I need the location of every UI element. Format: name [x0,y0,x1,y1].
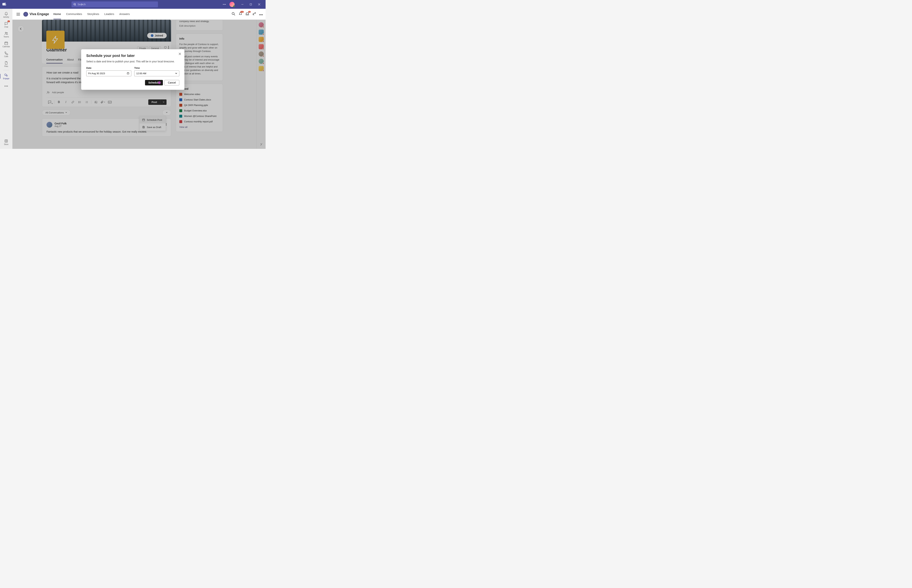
rail-more[interactable] [1,82,11,90]
tab-answers[interactable]: Answers [119,9,130,19]
file-icon [4,61,8,65]
svg-point-1 [5,3,6,4]
svg-point-14 [7,86,8,86]
minimize-button[interactable] [238,2,247,7]
calendar-icon [127,72,129,74]
engage-topnav: Viva Engage Home Communities Storylines … [12,9,266,20]
svg-point-19 [262,15,263,15]
modal-title: Schedule your post for later [86,53,179,58]
cancel-button[interactable]: Cancel [164,80,179,86]
rail-separator [3,70,9,70]
tab-storylines[interactable]: Storylines [87,9,99,19]
nav-forward-button[interactable] [79,2,85,7]
more-options-button[interactable] [221,2,227,7]
hamburger-button[interactable] [15,11,21,17]
chat-badge: 1 [8,20,10,22]
rail-calendar[interactable]: Calendar [1,40,11,49]
ellipsis-icon [259,15,263,15]
inbox-badge: 5 [248,11,250,13]
date-input[interactable]: Fri Aug 30 2023 [86,70,131,76]
svg-rect-2 [5,4,6,5]
brand[interactable]: Viva Engage [23,12,49,16]
viva-engage-icon [23,12,28,16]
chevron-down-icon [175,72,177,74]
svg-point-6 [225,4,226,5]
rail-calls[interactable]: Calls [1,50,11,59]
rail-chat[interactable]: 1 Chat [1,20,11,29]
svg-rect-7 [250,4,252,5]
date-value: Fri Aug 30 2023 [88,72,105,75]
modal-subtitle: Select a date and time to publish your p… [86,60,179,63]
svg-point-4 [223,4,224,5]
svg-point-13 [6,86,6,86]
time-input[interactable]: 12:00 AM [134,70,179,76]
rail-engage[interactable]: Engage [1,72,11,81]
rail-store[interactable]: Store [1,137,11,147]
svg-point-8 [5,32,6,33]
svg-rect-40 [127,73,129,74]
rail-label: Calendar [3,45,10,48]
ellipsis-icon [4,86,8,87]
share-icon [252,12,256,16]
rail-label: Files [4,65,8,67]
rail-label: Store [4,143,8,145]
search-input[interactable] [77,3,156,6]
rail-label: Engage [3,78,9,79]
modal-close-button[interactable] [179,53,181,56]
tab-leaders[interactable]: Leaders [104,9,114,19]
rail-label: Chat [4,26,8,28]
rail-files[interactable]: Files [1,60,11,69]
app-rail: Activity 1 Chat Teams Calendar Calls Fil… [0,9,12,149]
chat-icon [4,21,8,26]
svg-rect-10 [5,42,8,45]
tab-home[interactable]: Home [53,9,61,19]
schedule-modal: Schedule your post for later Select a da… [81,49,184,90]
store-icon [4,139,8,143]
engage-icon [4,73,8,77]
tab-communities[interactable]: Communities [66,9,82,19]
phone-icon [4,51,8,55]
time-value: 12:00 AM [136,72,146,75]
share-button[interactable] [252,12,256,16]
close-button[interactable] [255,2,263,7]
teams-app-icon [2,2,6,6]
brand-text: Viva Engage [29,12,49,16]
svg-point-17 [260,15,260,15]
svg-point-9 [6,32,8,33]
notifications-button[interactable]: 12 [239,12,242,16]
svg-point-12 [5,86,5,86]
rail-label: Calls [4,55,8,57]
schedule-button[interactable]: Schedule [145,80,163,86]
svg-rect-0 [3,3,5,5]
search-button[interactable] [232,12,235,16]
svg-point-5 [224,4,225,5]
user-avatar[interactable] [229,2,234,7]
rail-teams[interactable]: Teams [1,30,11,39]
rail-label: Teams [3,36,9,38]
rail-activity[interactable]: Activity [1,10,11,19]
svg-point-16 [232,12,234,15]
bell-icon [4,12,8,16]
rail-label: Activity [3,16,9,18]
search-icon [232,12,235,16]
cursor-indicator [158,81,161,84]
date-label: Date [86,66,131,69]
time-label: Time [134,66,179,69]
nav-back-button[interactable] [72,2,78,7]
notifications-badge: 12 [241,11,244,13]
inbox-button[interactable]: 5 [245,12,249,16]
people-icon [4,31,8,36]
maximize-button[interactable] [247,2,255,7]
presence-available-icon [233,5,235,7]
titlebar [0,0,266,9]
topnav-more-button[interactable] [259,13,263,16]
calendar-icon [4,41,8,45]
close-icon [179,53,181,55]
svg-point-18 [261,15,261,15]
